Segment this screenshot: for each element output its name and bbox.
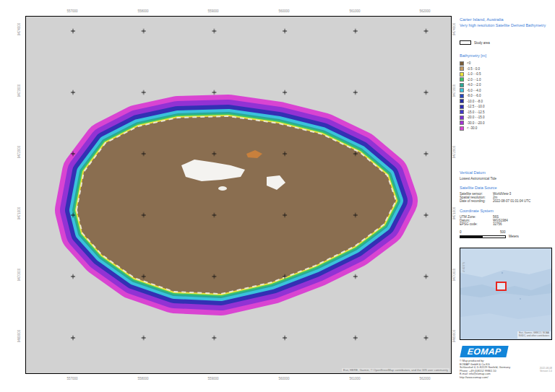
basemap-attribution: Esri, HERE, Garmin, © OpenStreetMap cont…: [342, 368, 449, 372]
scalebar-unit: Meters: [509, 235, 519, 238]
legend-swatch: [460, 99, 464, 103]
axis-tick-label: 558000: [129, 377, 158, 380]
axis-tick-label: 559000: [199, 9, 228, 13]
axis-tick-label: 9472000: [17, 138, 21, 167]
legend-swatch: [460, 105, 464, 109]
legend-label: -12.5 - -10.0: [467, 105, 485, 108]
legend-swatch: [460, 94, 464, 98]
legend-label: -15.0 - -12.5: [467, 110, 485, 114]
axis-tick-label: 562000: [410, 9, 439, 13]
legend-label: -1.0 - -0.5: [467, 72, 481, 76]
study-area-label: Study area: [474, 41, 490, 45]
legend-swatch: [460, 66, 464, 71]
legend-label: -6.0 - -4.0: [467, 89, 481, 92]
axis-tick-label: 561000: [340, 377, 369, 380]
legend-label: -8.0 - -6.0: [467, 94, 481, 97]
legend-swatch: [460, 61, 464, 66]
overview-basemap: [460, 248, 551, 339]
info-label: Date of recording:: [460, 199, 493, 203]
legend-row: -8.0 - -6.0: [460, 93, 485, 99]
vertical-datum-heading: Vertical Datum: [460, 170, 486, 175]
axis-tick-label: 9469000: [17, 322, 21, 351]
bathymetry-island-graphic: [26, 17, 451, 373]
info-label: EPSG code:: [460, 222, 493, 226]
producer-address: © Map produced by: EOMAP GmbH & Co.KG Sc…: [460, 360, 510, 380]
legend-row: -10.0 - -8.0: [460, 99, 485, 105]
legend-row: -1.0 - -0.5: [460, 71, 485, 77]
overview-map[interactable]: Esri, Garmin, GEBCO, NOAA NGDC, and othe…: [460, 248, 552, 340]
scalebar-start: 0: [460, 230, 462, 234]
version-info: 2022-08-08 Version 1.0: [519, 367, 552, 373]
scalebar: [460, 235, 506, 238]
map-sheet: Esri, HERE, Garmin, © OpenStreetMap cont…: [0, 0, 555, 392]
producer-website-link[interactable]: http://www.eomap.com/: [460, 376, 510, 380]
eomap-logo-text: EOMAP: [467, 347, 502, 357]
legend-row: < -30.0: [460, 126, 485, 131]
legend-row: -20.0 - -15.0: [460, 115, 485, 121]
map-subtitle: Very high resolution Satellite Derived B…: [460, 23, 546, 27]
legend-swatch: [460, 121, 464, 125]
vertical-datum-value: Lowest Astronomical Tide: [460, 177, 496, 180]
legend-row: <0: [460, 61, 485, 66]
axis-tick-label: 558000: [129, 9, 158, 13]
legend-swatch: [460, 88, 464, 92]
map-title: Carter Island, Australia: [460, 17, 504, 22]
data-source-heading: Satellite Data Source: [460, 186, 497, 190]
axis-tick-label: 9470000: [452, 261, 456, 289]
legend-label: <0: [467, 61, 470, 65]
legend-label: -0.5 - 0.0: [467, 67, 480, 71]
study-area-legend: Study area: [460, 40, 490, 45]
axis-tick-label: 9473000: [17, 77, 21, 105]
legend-row: -6.0 - -4.0: [460, 88, 485, 94]
axis-tick-label: 560000: [270, 9, 298, 13]
legend-row: -0.5 - 0.0: [460, 66, 485, 72]
legend-swatch: [460, 72, 464, 77]
legend-row: -12.5 - -10.0: [460, 104, 485, 110]
legend-swatch: [460, 77, 464, 82]
legend-row: -4.0 - -2.0: [460, 82, 485, 88]
data-source-rows: Satellite sensor:WorldView-3 Spatial res…: [460, 192, 552, 203]
legend-label: -10.0 - -8.0: [467, 100, 483, 103]
legend-row: -2.0 - -1.0: [460, 77, 485, 83]
axis-tick-label: 559000: [199, 377, 228, 380]
legend-swatch: [460, 116, 464, 120]
axis-tick-label: 557000: [58, 9, 87, 13]
axis-tick-label: 9472000: [452, 138, 456, 167]
legend-row: -15.0 - -12.5: [460, 110, 485, 116]
overview-lat-label: 4°45'0"S: [462, 253, 465, 282]
legend-label: -2.0 - -1.0: [467, 78, 481, 82]
info-value: 2022-08-07 01:01:04 UTC: [493, 199, 552, 203]
legend-swatch: [460, 126, 464, 131]
overview-attribution: Esri, Garmin, GEBCO, NOAA NGDC, and othe…: [517, 331, 551, 339]
axis-tick-label: 9471000: [17, 199, 21, 228]
axis-tick-label: 560000: [270, 377, 298, 380]
coordinate-system-rows: UTM Zone:56S Datum:WGS1984 EPSG code:327…: [460, 215, 552, 226]
legend-label: -20.0 - -15.0: [467, 116, 485, 119]
legend-row: -30.0 - -20.0: [460, 121, 485, 126]
legend-label: < -30.0: [467, 126, 477, 130]
extent-indicator: [496, 282, 506, 290]
axis-tick-label: 9470000: [17, 261, 21, 289]
axis-tick-label: 557000: [58, 377, 87, 380]
axis-tick-label: 561000: [340, 9, 369, 13]
bathymetry-legend: <0 -0.5 - 0.0 -1.0 - -0.5 -2.0 - -1.0 -4…: [460, 61, 485, 131]
legend-label: -4.0 - -2.0: [467, 83, 481, 87]
axis-tick-label: 562000: [410, 377, 439, 380]
scalebar-end: 500: [500, 230, 506, 234]
axis-tick-label: 9474000: [452, 15, 456, 44]
axis-tick-label: 9471000: [452, 199, 456, 228]
coordinate-system-heading: Coordinate System: [460, 209, 494, 213]
axis-tick-label: 9473000: [452, 77, 456, 105]
axis-tick-label: 9474000: [17, 15, 21, 44]
graticule-markers: [26, 17, 451, 373]
info-value: 32756: [493, 222, 552, 226]
legend-label: -30.0 - -20.0: [467, 121, 485, 125]
main-map[interactable]: Esri, HERE, Garmin, © OpenStreetMap cont…: [25, 16, 452, 374]
legend-swatch: [460, 110, 464, 114]
eomap-logo: EOMAP: [460, 346, 508, 357]
legend-swatch: [460, 83, 464, 87]
legend-title: Bathymetry [m]: [460, 53, 486, 58]
study-area-symbol: [460, 40, 471, 45]
axis-tick-label: 9469000: [452, 322, 456, 351]
